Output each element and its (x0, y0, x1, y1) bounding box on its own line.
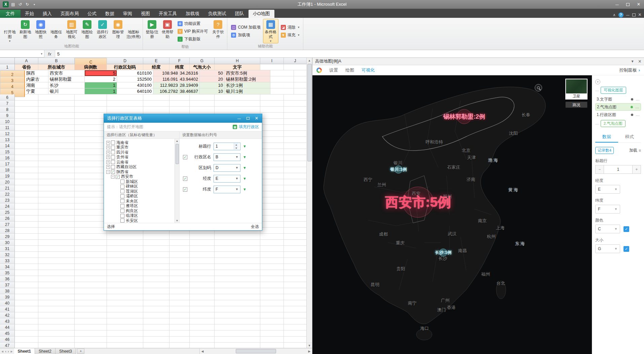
cell[interactable] (284, 234, 306, 240)
cell[interactable] (38, 330, 75, 337)
cell[interactable] (169, 252, 190, 258)
more-options-icon[interactable] (635, 105, 639, 109)
cell[interactable] (260, 264, 284, 270)
cell[interactable] (294, 88, 306, 94)
cell[interactable] (15, 246, 38, 252)
layer-visibility-icon[interactable] (631, 106, 633, 108)
row-header[interactable]: 28 (0, 228, 15, 234)
sheet-tab[interactable]: Sheet2 (35, 348, 55, 354)
cell[interactable] (107, 252, 143, 258)
column-picker-icon[interactable]: ▼ (243, 176, 247, 181)
cell[interactable] (190, 101, 215, 107)
cell[interactable] (190, 300, 215, 306)
cell[interactable] (190, 240, 215, 246)
cell[interactable] (260, 137, 284, 143)
cell[interactable] (15, 228, 38, 234)
cell[interactable] (38, 119, 75, 125)
cell[interactable] (284, 343, 306, 348)
tree-item[interactable]: −✓西安市 (106, 174, 174, 180)
cell[interactable] (143, 258, 169, 264)
cell[interactable] (284, 101, 306, 107)
cell[interactable] (260, 222, 284, 228)
cell[interactable] (260, 155, 284, 161)
cell[interactable] (143, 294, 169, 300)
cell[interactable]: 病例数 (75, 64, 107, 70)
cell[interactable] (190, 258, 215, 264)
cell[interactable] (260, 161, 284, 167)
cell[interactable] (38, 94, 75, 101)
cell[interactable] (15, 101, 38, 107)
close-button[interactable] (633, 1, 644, 8)
tree-item[interactable]: 长安区 (106, 218, 174, 223)
cell[interactable] (260, 228, 284, 234)
cell[interactable] (38, 173, 75, 179)
cell[interactable]: 430100 (117, 82, 153, 88)
column-header[interactable]: E (143, 58, 169, 64)
cell[interactable] (75, 131, 107, 137)
ribbon-tab[interactable]: 数据 (101, 10, 119, 18)
cell[interactable] (15, 264, 38, 270)
collapse-ribbon-icon[interactable]: ∧ (613, 13, 616, 17)
cell[interactable]: 20 (200, 76, 225, 82)
cell[interactable] (15, 209, 38, 215)
cell[interactable] (75, 330, 107, 337)
经度-select[interactable]: E▼ (595, 185, 620, 194)
cell[interactable] (143, 306, 169, 312)
cell[interactable]: 陕西 (25, 70, 48, 76)
cell[interactable] (38, 191, 75, 197)
cell[interactable] (215, 300, 260, 306)
cell[interactable] (169, 270, 190, 276)
cell[interactable] (15, 137, 38, 143)
cell[interactable] (38, 252, 75, 258)
cell[interactable] (107, 234, 143, 240)
cell[interactable] (284, 252, 306, 258)
horizontal-scrollbar[interactable]: ◀ ▶ (199, 349, 312, 354)
select-all-corner[interactable] (0, 58, 15, 64)
纬度-select[interactable]: F▼ (595, 205, 620, 213)
row-header[interactable]: 7 (0, 101, 15, 107)
add-layer-icon[interactable]: + (595, 79, 600, 84)
cell[interactable] (15, 294, 38, 300)
cell[interactable] (38, 107, 75, 113)
cell[interactable] (75, 288, 107, 294)
cell[interactable] (260, 203, 284, 209)
cell[interactable] (143, 240, 169, 246)
ribbon-button[interactable]: ▶登陆/注册 (144, 19, 160, 39)
cell[interactable] (143, 101, 169, 107)
cell[interactable] (38, 324, 75, 330)
column-picker-icon[interactable]: ▼ (243, 144, 247, 148)
cell[interactable] (260, 131, 284, 137)
dialog-maximize-icon[interactable] (247, 117, 250, 120)
cell[interactable] (75, 246, 107, 252)
cell[interactable] (75, 234, 107, 240)
cell[interactable] (38, 300, 75, 306)
cell[interactable] (215, 306, 260, 312)
prev-sheet-icon[interactable]: ‹ (5, 349, 6, 353)
cell[interactable] (107, 240, 143, 246)
cell[interactable] (15, 155, 38, 161)
more-options-icon[interactable] (636, 112, 640, 117)
map-toolbar-tab[interactable]: 绘图 (345, 67, 354, 73)
row-header[interactable]: 12 (0, 131, 15, 137)
cell[interactable]: 610100 (117, 70, 153, 76)
ribbon-tab[interactable]: 公式 (83, 10, 101, 18)
cell[interactable] (260, 300, 284, 306)
cell[interactable] (143, 270, 169, 276)
cell[interactable] (260, 288, 284, 294)
help-icon[interactable]: ? (618, 12, 623, 17)
cell[interactable] (284, 222, 306, 228)
load-button[interactable]: 加载 (629, 148, 641, 153)
row-header[interactable]: 42 (0, 312, 15, 318)
column-header[interactable]: A (15, 58, 38, 64)
row-header[interactable]: 47 (0, 343, 15, 348)
cell[interactable] (284, 179, 306, 185)
ribbon-button[interactable]: 地图任务 (48, 19, 64, 39)
cell[interactable] (294, 76, 306, 82)
cell[interactable] (169, 312, 190, 318)
row-header[interactable]: 27 (0, 222, 15, 228)
cell[interactable]: 10 (200, 82, 225, 88)
cell[interactable] (215, 107, 260, 113)
cell[interactable] (190, 337, 215, 343)
cell[interactable] (75, 173, 107, 179)
cell[interactable] (169, 343, 190, 348)
